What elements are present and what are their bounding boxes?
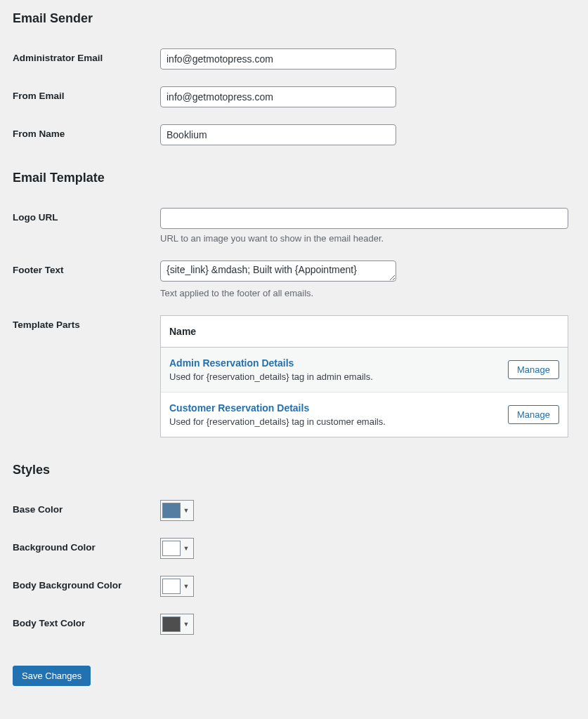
- section-title-email-sender: Email Sender: [13, 11, 575, 26]
- chevron-down-icon: ▼: [181, 583, 192, 590]
- from-name-input[interactable]: [160, 124, 396, 145]
- body-background-color-label: Body Background Color: [13, 567, 160, 605]
- table-row: Customer Reservation Details Used for {r…: [161, 393, 568, 437]
- section-title-email-template: Email Template: [13, 171, 575, 185]
- template-part-name-link[interactable]: Customer Reservation Details: [169, 402, 386, 414]
- save-changes-button[interactable]: Save Changes: [13, 666, 91, 686]
- logo-url-input[interactable]: [160, 208, 568, 229]
- admin-email-label: Administrator Email: [13, 40, 160, 78]
- base-color-label: Base Color: [13, 492, 160, 529]
- from-email-label: From Email: [13, 78, 160, 116]
- color-swatch: [162, 503, 181, 518]
- color-swatch: [162, 579, 181, 594]
- logo-url-description: URL to an image you want to show in the …: [160, 233, 568, 244]
- chevron-down-icon: ▼: [181, 621, 192, 628]
- template-parts-table: Name Admin Reservation Details Used for …: [160, 315, 568, 437]
- admin-email-input[interactable]: [160, 48, 396, 70]
- table-row: Admin Reservation Details Used for {rese…: [161, 348, 568, 393]
- logo-url-label: Logo URL: [13, 199, 160, 252]
- body-text-color-label: Body Text Color: [13, 605, 160, 643]
- manage-button[interactable]: Manage: [508, 405, 559, 424]
- template-parts-header: Name: [161, 316, 568, 348]
- template-parts-label: Template Parts: [13, 307, 160, 446]
- chevron-down-icon: ▼: [181, 507, 192, 514]
- template-part-desc: Used for {reservation_details} tag in ad…: [169, 371, 373, 382]
- chevron-down-icon: ▼: [181, 545, 192, 552]
- color-swatch: [162, 541, 181, 556]
- footer-text-description: Text applied to the footer of all emails…: [160, 288, 568, 298]
- from-name-label: From Name: [13, 116, 160, 154]
- template-part-desc: Used for {reservation_details} tag in cu…: [169, 416, 386, 427]
- body-text-color-picker[interactable]: ▼: [160, 614, 194, 635]
- background-color-label: Background Color: [13, 529, 160, 567]
- base-color-picker[interactable]: ▼: [160, 500, 194, 521]
- body-background-color-picker[interactable]: ▼: [160, 576, 194, 597]
- manage-button[interactable]: Manage: [508, 360, 559, 379]
- footer-text-input[interactable]: {site_link} &mdash; Built with {Appointm…: [160, 260, 396, 282]
- footer-text-label: Footer Text: [13, 252, 160, 307]
- section-title-styles: Styles: [13, 463, 575, 477]
- background-color-picker[interactable]: ▼: [160, 538, 194, 559]
- color-swatch: [162, 616, 181, 632]
- template-part-name-link[interactable]: Admin Reservation Details: [169, 357, 373, 369]
- from-email-input[interactable]: [160, 86, 396, 107]
